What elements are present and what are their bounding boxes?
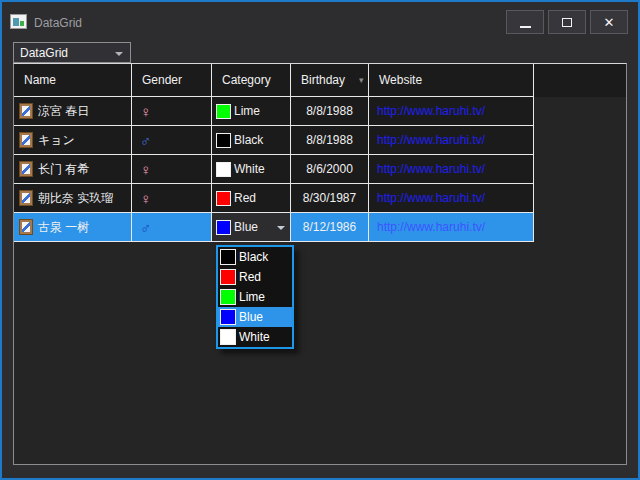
column-header-website[interactable]: Website (369, 64, 534, 97)
color-swatch (216, 133, 231, 148)
app-icon-pane (20, 21, 24, 26)
color-swatch (220, 269, 236, 285)
document-edit-icon (19, 190, 33, 206)
gender-cell[interactable]: ♂ (132, 126, 212, 155)
birthday-cell[interactable]: 8/8/1988 (291, 97, 369, 126)
column-header-filler (534, 64, 626, 97)
table-row[interactable]: 涼宮 春日 ♀ Lime 8/8/1988 http://www.haruhi.… (14, 97, 534, 126)
website-link[interactable]: http://www.haruhi.tv/ (377, 191, 485, 205)
column-header-name[interactable]: Name (14, 64, 132, 97)
minimize-button[interactable] (506, 10, 544, 34)
dropdown-option[interactable]: Lime (218, 287, 292, 307)
app-window: DataGrid ✕ DataGrid Name Gender Category… (0, 0, 640, 480)
column-header-birthday[interactable]: Birthday ▾ (291, 64, 369, 97)
chevron-down-icon (115, 52, 123, 56)
website-cell[interactable]: http://www.haruhi.tv/ (369, 213, 534, 242)
table-row-selected[interactable]: 古泉 一树 ♂ Blue 8/12/1986 http://www.haruhi… (14, 213, 534, 242)
name-cell[interactable]: 涼宮 春日 (14, 97, 132, 126)
color-swatch (216, 191, 231, 206)
name-cell[interactable]: 古泉 一树 (14, 213, 132, 242)
maximize-icon (562, 18, 572, 27)
female-icon: ♀ (140, 190, 151, 207)
female-icon: ♀ (140, 161, 151, 178)
chevron-down-icon[interactable] (277, 226, 285, 230)
website-link[interactable]: http://www.haruhi.tv/ (377, 133, 485, 147)
name-cell[interactable]: キョン (14, 126, 132, 155)
column-header-gender[interactable]: Gender (132, 64, 212, 97)
gender-cell[interactable]: ♀ (132, 97, 212, 126)
website-cell[interactable]: http://www.haruhi.tv/ (369, 184, 534, 213)
gender-cell[interactable]: ♀ (132, 155, 212, 184)
gender-cell[interactable]: ♀ (132, 184, 212, 213)
female-icon: ♀ (140, 103, 151, 120)
page-selector-combobox[interactable]: DataGrid (13, 42, 131, 63)
minimize-icon (520, 26, 531, 28)
website-link[interactable]: http://www.haruhi.tv/ (377, 162, 485, 176)
name-cell[interactable]: 朝比奈 实玖瑠 (14, 184, 132, 213)
document-edit-icon (19, 161, 33, 177)
male-icon: ♂ (140, 219, 151, 236)
website-cell[interactable]: http://www.haruhi.tv/ (369, 126, 534, 155)
website-link[interactable]: http://www.haruhi.tv/ (377, 104, 485, 118)
dropdown-option-highlighted[interactable]: Blue (218, 307, 292, 327)
app-icon (10, 14, 27, 29)
color-swatch (220, 289, 236, 305)
category-cell[interactable]: White (212, 155, 291, 184)
color-swatch (216, 104, 231, 119)
sort-descending-icon: ▾ (359, 75, 364, 85)
table-row[interactable]: キョン ♂ Black 8/8/1988 http://www.haruhi.t… (14, 126, 534, 155)
maximize-button[interactable] (548, 10, 586, 34)
category-cell[interactable]: Lime (212, 97, 291, 126)
close-button[interactable]: ✕ (590, 10, 628, 34)
dropdown-option[interactable]: Red (218, 267, 292, 287)
name-cell[interactable]: 长门 有希 (14, 155, 132, 184)
birthday-cell[interactable]: 8/12/1986 (291, 213, 369, 242)
male-icon: ♂ (140, 132, 151, 149)
datagrid-header: Name Gender Category Birthday ▾ Website (14, 64, 626, 97)
dropdown-option[interactable]: White (218, 327, 292, 347)
color-swatch (220, 329, 236, 345)
dropdown-option[interactable]: Black (218, 247, 292, 267)
document-edit-icon (19, 219, 33, 235)
website-link[interactable]: http://www.haruhi.tv/ (377, 220, 485, 234)
app-icon-pane (13, 18, 19, 26)
page-selector-value: DataGrid (20, 46, 68, 60)
birthday-cell[interactable]: 8/8/1988 (291, 126, 369, 155)
birthday-cell[interactable]: 8/30/1987 (291, 184, 369, 213)
document-edit-icon (19, 103, 33, 119)
website-cell[interactable]: http://www.haruhi.tv/ (369, 155, 534, 184)
window-controls: ✕ (506, 10, 628, 34)
website-cell[interactable]: http://www.haruhi.tv/ (369, 97, 534, 126)
color-swatch (216, 220, 231, 235)
table-row[interactable]: 朝比奈 实玖瑠 ♀ Red 8/30/1987 http://www.haruh… (14, 184, 534, 213)
category-cell[interactable]: Black (212, 126, 291, 155)
category-cell-combobox[interactable]: Blue (212, 213, 291, 242)
table-row[interactable]: 长门 有希 ♀ White 8/6/2000 http://www.haruhi… (14, 155, 534, 184)
birthday-cell[interactable]: 8/6/2000 (291, 155, 369, 184)
color-swatch (220, 309, 236, 325)
color-swatch (216, 162, 231, 177)
close-icon: ✕ (604, 16, 615, 29)
document-edit-icon (19, 132, 33, 148)
category-dropdown-popup: Black Red Lime Blue White (216, 245, 294, 349)
color-swatch (220, 249, 236, 265)
column-header-category[interactable]: Category (212, 64, 291, 97)
category-cell[interactable]: Red (212, 184, 291, 213)
window-title: DataGrid (34, 16, 82, 30)
gender-cell[interactable]: ♂ (132, 213, 212, 242)
datagrid: Name Gender Category Birthday ▾ Website … (13, 63, 627, 465)
